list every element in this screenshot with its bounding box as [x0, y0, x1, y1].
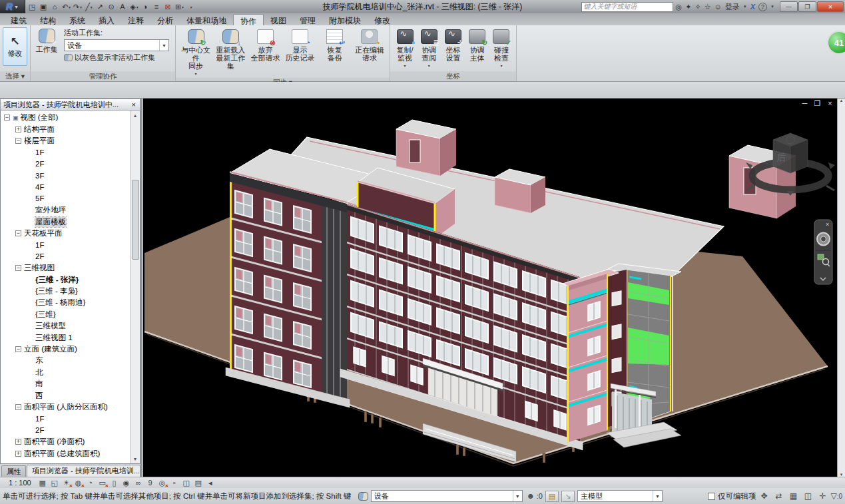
view-control-icon[interactable]: ◔	[85, 478, 96, 488]
info-center-icon[interactable]: ☆	[704, 3, 711, 11]
qat-button[interactable]: ╱ ▾	[83, 1, 95, 12]
ribbon-tab[interactable]: 系统	[63, 14, 92, 25]
tree-item[interactable]: 屋面楼板	[1, 216, 130, 228]
qat-button[interactable]: ◳	[27, 1, 38, 12]
tree-item[interactable]: 三维模型	[1, 320, 130, 332]
expand-collapse-icon[interactable]	[27, 184, 33, 190]
expand-collapse-icon[interactable]	[27, 254, 33, 260]
qat-button[interactable]: ⊠	[162, 1, 174, 12]
tree-item[interactable]: 西	[1, 389, 130, 401]
view-restore-icon[interactable]: ❐	[813, 99, 822, 108]
selection-option-icon[interactable]: ✥	[758, 491, 769, 501]
qat-button[interactable]: ▾	[185, 1, 196, 12]
add-to-set-button[interactable]: ↘	[561, 491, 575, 502]
tree-item[interactable]: − 楼层平面	[1, 135, 130, 146]
tree-item[interactable]: 5F	[1, 193, 130, 204]
view-control-icon[interactable]: ▤	[193, 478, 204, 488]
view-control-icon[interactable]: ◫	[181, 478, 192, 488]
ribbon-big-button[interactable]: 坐标 设置	[441, 28, 465, 62]
tree-item[interactable]: + 面积平面 (净面积)	[1, 436, 130, 447]
panel-label-select[interactable]: 选择 ▾	[0, 71, 30, 81]
navbar-close-icon[interactable]: ×	[826, 221, 829, 228]
close-button[interactable]: ×	[817, 1, 844, 12]
expand-collapse-icon[interactable]	[27, 277, 33, 283]
tree-item[interactable]: {三维 - 李枭}	[1, 286, 130, 297]
ribbon-tab[interactable]: 注释	[121, 14, 150, 25]
ribbon-big-button[interactable]: 正在编辑 请求	[352, 28, 387, 62]
ribbon-big-button[interactable]: 协调 查阅 ▾	[417, 28, 441, 70]
expand-collapse-icon[interactable]	[27, 288, 33, 294]
qat-button[interactable]: ▣	[38, 1, 49, 12]
ribbon-big-button[interactable]: 显示 历史记录	[283, 28, 318, 62]
ribbon-tab[interactable]: 分析	[150, 14, 180, 25]
ribbon-big-button[interactable]: 恢复 备份	[318, 28, 352, 62]
gray-inactive-toggle[interactable]: 以灰色显示非活动工作集	[64, 53, 169, 63]
tree-item[interactable]: − ▣ 视图 (全部)	[1, 112, 130, 123]
browser-scrollbar[interactable]: ▲ ▼	[130, 111, 140, 463]
view-close-icon[interactable]: ×	[826, 99, 834, 108]
workset-select[interactable]: 设备 ▼	[371, 490, 523, 502]
qat-button[interactable]: ⊙	[106, 1, 117, 12]
qat-button[interactable]: ◑	[140, 1, 151, 12]
tree-item[interactable]: − 三维视图	[1, 262, 130, 274]
expand-collapse-icon[interactable]	[27, 358, 33, 364]
ribbon-tab[interactable]: 插入	[92, 14, 121, 25]
design-options-button[interactable]: ▤	[545, 491, 559, 502]
expand-collapse-icon[interactable]	[27, 393, 33, 399]
modify-button[interactable]: ↖ 修改	[3, 27, 27, 66]
view-control-icon[interactable]: 9	[145, 478, 156, 488]
expand-collapse-icon[interactable]: −	[4, 115, 10, 121]
scroll-up-icon[interactable]: ▲	[840, 99, 844, 103]
view-control-icon[interactable]: ☀ ×	[61, 478, 72, 488]
tree-item[interactable]: 1F	[1, 413, 130, 424]
browser-tab[interactable]: 项目浏览器 - 技师学院机电培训...	[27, 465, 141, 477]
tree-item[interactable]: + 面积平面 (总建筑面积)	[1, 447, 130, 459]
qat-button[interactable]: ⌂	[49, 1, 61, 12]
ribbon-big-button[interactable]: 复制/ 监视 ▾	[393, 28, 417, 70]
exchange-apps-icon[interactable]: X	[750, 3, 755, 11]
view-control-icon[interactable]: ▯	[109, 478, 120, 488]
minimize-button[interactable]: —	[780, 1, 798, 12]
sign-in-button[interactable]: 登录	[725, 2, 740, 12]
tree-item[interactable]: 1F	[1, 146, 130, 158]
tree-item[interactable]: {三维 - 张洋}	[1, 274, 130, 285]
expand-collapse-icon[interactable]	[27, 381, 33, 387]
ribbon-big-button[interactable]: 与中心文件 同步 ▾	[178, 28, 213, 78]
selection-option-icon[interactable]: ⇄	[773, 491, 784, 501]
expand-collapse-icon[interactable]	[27, 370, 33, 376]
view-minimize-icon[interactable]: ─	[800, 99, 809, 108]
info-center-icon[interactable]: ◎	[676, 3, 683, 11]
tree-item[interactable]: − 面积平面 (人防分区面积)	[1, 401, 130, 413]
expand-collapse-icon[interactable]	[27, 172, 33, 178]
tree-item[interactable]: 东	[1, 355, 130, 366]
ribbon-big-button[interactable]: 重新载入 最新工作集	[213, 28, 248, 70]
active-workset-select[interactable]: 设备 ▼	[64, 39, 169, 51]
expand-collapse-icon[interactable]	[27, 161, 33, 167]
viewcube-face-label[interactable]: 后	[776, 152, 786, 162]
viewport-scrollbar[interactable]: ▲ ▼	[837, 99, 845, 477]
view-control-icon[interactable]: ∞	[133, 478, 144, 488]
ribbon-big-button[interactable]: 放弃 全部请求	[248, 28, 282, 62]
qat-button[interactable]: ↷ ▾	[72, 1, 83, 12]
ribbon-tab[interactable]: 修改	[368, 14, 397, 25]
ribbon-tab[interactable]: 附加模块	[322, 14, 368, 25]
expand-collapse-icon[interactable]	[27, 415, 33, 421]
ribbon-tab[interactable]: 协作	[233, 14, 264, 25]
tree-item[interactable]: 三维视图 1	[1, 332, 130, 343]
expand-collapse-icon[interactable]	[27, 242, 33, 248]
tree-item[interactable]: 室外地坪	[1, 204, 130, 216]
tree-item[interactable]: {三维 - 杨雨迪}	[1, 297, 130, 308]
selection-option-icon[interactable]: ▦	[788, 491, 798, 501]
tree-item[interactable]: 1F	[1, 239, 130, 250]
expand-collapse-icon[interactable]: −	[15, 404, 21, 410]
expand-collapse-icon[interactable]: −	[15, 346, 21, 352]
restore-button[interactable]: ❐	[798, 1, 816, 12]
design-option-select[interactable]: 主模型 ▼	[577, 490, 663, 502]
info-center-icon[interactable]: ✧	[695, 3, 701, 11]
expand-collapse-icon[interactable]: −	[15, 230, 21, 236]
expand-collapse-icon[interactable]: +	[15, 439, 21, 445]
expand-collapse-icon[interactable]: −	[15, 138, 21, 144]
tree-item[interactable]: 南	[1, 378, 130, 389]
close-icon[interactable]: ×	[131, 101, 137, 109]
tree-item[interactable]: 北	[1, 367, 130, 378]
